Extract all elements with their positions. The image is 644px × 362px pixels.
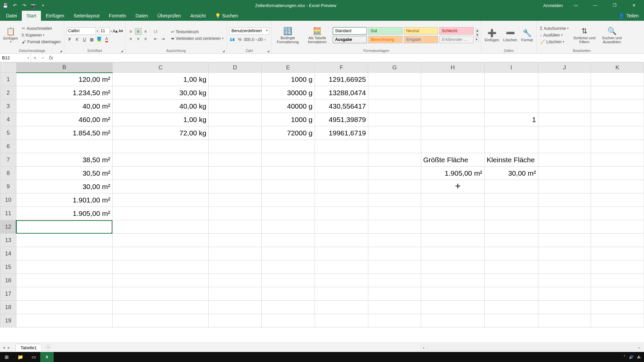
cell[interactable]: [112, 193, 209, 207]
cell[interactable]: [209, 126, 262, 140]
cell[interactable]: [112, 167, 209, 180]
cell[interactable]: 1.234,50 m²: [16, 86, 112, 100]
increase-font-icon[interactable]: A▴: [113, 28, 118, 34]
cell[interactable]: [484, 220, 538, 234]
cell[interactable]: 19961,6719: [315, 126, 368, 140]
cell[interactable]: 38,50 m²: [16, 153, 112, 167]
cell[interactable]: [484, 126, 538, 140]
cell[interactable]: [368, 287, 421, 301]
cell[interactable]: [315, 140, 368, 153]
cell[interactable]: [315, 220, 368, 234]
cell[interactable]: [315, 247, 368, 260]
cell[interactable]: [315, 287, 368, 301]
cell[interactable]: [261, 274, 315, 287]
row-header[interactable]: 1: [0, 73, 16, 86]
cell[interactable]: 40,00 kg: [112, 100, 209, 113]
clear-button[interactable]: 🧹Löschen▾: [539, 39, 570, 45]
cell[interactable]: [368, 73, 421, 86]
cell[interactable]: 1000 g: [261, 113, 315, 126]
number-format-combo[interactable]: Benutzerdefiniert: [229, 27, 269, 35]
cell[interactable]: [591, 260, 644, 274]
cell[interactable]: 1.905,00 m²: [16, 207, 112, 220]
fx-icon[interactable]: fx: [47, 55, 55, 61]
align-top-icon[interactable]: ≡: [127, 28, 134, 35]
cell[interactable]: [112, 234, 209, 247]
cell[interactable]: [484, 314, 538, 327]
cell[interactable]: [591, 193, 644, 207]
cell[interactable]: [538, 314, 591, 327]
cell[interactable]: [16, 220, 112, 234]
cell[interactable]: [315, 193, 368, 207]
cell[interactable]: [538, 140, 591, 153]
col-header[interactable]: D: [209, 63, 262, 73]
format-as-table-button[interactable]: 🧮Als Tabelle formatieren: [303, 26, 331, 45]
col-header[interactable]: G: [368, 63, 421, 73]
cell[interactable]: [591, 247, 644, 260]
decrease-decimal-icon[interactable]: ,00→: [259, 36, 265, 43]
cell[interactable]: [315, 314, 368, 327]
style-ausgabe[interactable]: Ausgabe: [333, 36, 367, 43]
cell[interactable]: [209, 180, 262, 193]
add-sheet-button[interactable]: +: [45, 345, 51, 351]
cell[interactable]: [538, 220, 591, 234]
cell[interactable]: [112, 287, 209, 301]
col-header[interactable]: E: [261, 63, 315, 73]
tab-daten[interactable]: Daten: [131, 11, 153, 21]
font-color-button[interactable]: A: [103, 36, 110, 43]
share-button[interactable]: 👤Teilen: [613, 11, 644, 21]
cell[interactable]: [261, 193, 315, 207]
delete-cells-button[interactable]: ➖Löschen: [502, 28, 519, 43]
cell[interactable]: [209, 167, 262, 180]
tab-ansicht[interactable]: Ansicht: [185, 11, 210, 21]
align-right-icon[interactable]: ≡: [142, 36, 149, 42]
cell[interactable]: [421, 100, 484, 113]
cell[interactable]: [591, 301, 644, 314]
cell[interactable]: 1,00 kg: [112, 113, 209, 126]
start-button[interactable]: ⊞: [0, 352, 13, 362]
cell[interactable]: [538, 301, 591, 314]
cell[interactable]: [484, 140, 538, 153]
align-middle-icon[interactable]: ≡: [135, 28, 142, 35]
cell[interactable]: [421, 274, 484, 287]
taskview-icon[interactable]: ▭: [27, 352, 40, 362]
style-gut[interactable]: Gut: [368, 27, 402, 35]
cell[interactable]: Kleinste Fläche: [484, 153, 538, 167]
cell[interactable]: [315, 153, 368, 167]
tab-suchen[interactable]: 💡Suchen: [210, 11, 243, 21]
cell[interactable]: 1.901,00 m²: [16, 193, 112, 207]
cell[interactable]: [209, 73, 262, 86]
cell[interactable]: [591, 314, 644, 327]
thousands-icon[interactable]: 000: [244, 36, 251, 43]
cell[interactable]: [368, 247, 421, 260]
cell[interactable]: [591, 167, 644, 180]
cell[interactable]: [261, 314, 315, 327]
cell[interactable]: [484, 100, 538, 113]
col-header[interactable]: C: [112, 63, 209, 73]
col-header[interactable]: K: [591, 63, 644, 73]
tab-datei[interactable]: Datei: [1, 11, 22, 21]
col-header[interactable]: J: [538, 63, 591, 73]
cell[interactable]: [112, 247, 209, 260]
cell[interactable]: [484, 260, 538, 274]
cell[interactable]: [209, 113, 262, 126]
cell[interactable]: [538, 86, 591, 100]
cell[interactable]: [368, 274, 421, 287]
row-header[interactable]: 15: [0, 260, 16, 274]
font-name-combo[interactable]: Calibri: [66, 27, 96, 35]
row-header[interactable]: 13: [0, 234, 16, 247]
copy-button[interactable]: ⎘Kopieren▾: [20, 32, 62, 38]
conditional-formatting-button[interactable]: 🔢Bedingte Formatierung: [274, 26, 302, 45]
launcher-icon[interactable]: ◢: [267, 49, 269, 53]
cell[interactable]: [421, 301, 484, 314]
cell[interactable]: [261, 220, 315, 234]
tray-volume-icon[interactable]: 🔊: [629, 355, 634, 359]
cell[interactable]: [368, 113, 421, 126]
style-eingabe[interactable]: Eingabe: [404, 36, 438, 43]
cell[interactable]: [421, 140, 484, 153]
save-icon[interactable]: 💾: [3, 3, 8, 8]
row-header[interactable]: 11: [0, 207, 16, 220]
row-header[interactable]: 14: [0, 247, 16, 260]
cell[interactable]: 40000 g: [261, 100, 315, 113]
cell[interactable]: [484, 274, 538, 287]
cell[interactable]: 13288,0474: [315, 86, 368, 100]
